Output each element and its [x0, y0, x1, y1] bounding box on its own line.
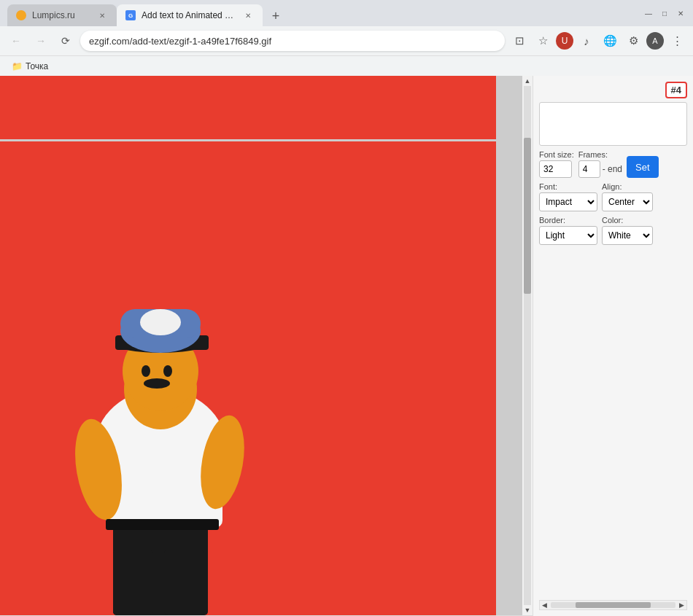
svg-point-11 [144, 378, 170, 389]
svg-rect-16 [164, 550, 204, 615]
scroll-up-arrow[interactable]: ▲ [522, 76, 533, 86]
bookmark-folder-icon: 📁 [12, 61, 23, 71]
text-input[interactable] [539, 102, 687, 146]
ezgif-favicon: G [125, 10, 136, 20]
font-label: Font: [539, 182, 597, 191]
title-bar: Lumpics.ru ✕ G Add text to Animated GIFs… [0, 0, 693, 26]
forward-button[interactable]: → [31, 31, 51, 51]
back-button[interactable]: ← [6, 31, 26, 51]
browser-window: Lumpics.ru ✕ G Add text to Animated GIFs… [0, 0, 693, 616]
scroll-down-arrow[interactable]: ▼ [522, 605, 533, 615]
character-svg [58, 236, 277, 615]
bookmark-tochka-label: Точка [26, 61, 48, 71]
extensions-icon[interactable]: ⚙ [623, 31, 643, 51]
avatar-icon[interactable]: A [646, 32, 664, 50]
minimize-button[interactable]: — [643, 8, 654, 18]
frames-label: Frames: [578, 150, 622, 159]
toolbar-icons: ⊡ ☆ U ♪ 🌐 ⚙ A ⋮ [509, 31, 687, 51]
address-bar: ← → ⟳ ⊡ ☆ U ♪ 🌐 ⚙ A ⋮ [0, 26, 693, 55]
gif-frame-main [0, 141, 496, 615]
close-button[interactable]: ✕ [675, 8, 686, 18]
url-input[interactable] [80, 31, 505, 51]
tab-ezgif[interactable]: G Add text to Animated GIFs - gif-... ✕ [117, 4, 263, 26]
reload-button[interactable]: ⟳ [55, 31, 76, 51]
right-panel: #4 Font size: Frames: - end Set [533, 76, 693, 616]
bookmark-icon[interactable]: ☆ [533, 31, 553, 51]
panel-scrollbar-thumb [576, 602, 651, 608]
svg-rect-17 [106, 519, 219, 530]
page-content: ▲ ▼ ◀ ▶ #4 [0, 76, 693, 616]
border-group: Border: Light None Dark Outline [539, 216, 597, 245]
frame-badge: #4 [665, 82, 687, 98]
border-select[interactable]: Light None Dark Outline [539, 226, 597, 245]
svg-point-9 [142, 365, 150, 377]
gif-frame-top [0, 76, 496, 141]
tab-ezgif-title: Add text to Animated GIFs - gif-... [142, 10, 236, 20]
window-controls: — □ ✕ [643, 8, 686, 18]
frames-from-input[interactable] [578, 160, 600, 178]
translate-icon[interactable]: 🌐 [600, 31, 620, 51]
color-label: Color: [602, 216, 653, 225]
color-group: Color: White Black Red Yellow Blue [602, 216, 653, 245]
tab-ezgif-close[interactable]: ✕ [242, 9, 254, 21]
bookmark-bar: 📁 Точка [0, 55, 693, 76]
border-label: Border: [539, 216, 597, 225]
border-color-row: Border: Light None Dark Outline Color: W… [539, 216, 687, 245]
font-size-label: Font size: [539, 150, 574, 159]
tab-lumpics[interactable]: Lumpics.ru ✕ [7, 4, 117, 26]
profile-icon[interactable]: U [556, 32, 573, 50]
set-button[interactable]: Set [627, 156, 659, 178]
frames-end-text: - end [603, 164, 622, 174]
frames-group: Frames: - end [578, 150, 622, 178]
music-icon[interactable]: ♪ [576, 31, 597, 51]
font-size-group: Font size: [539, 150, 574, 178]
align-label: Align: [602, 182, 653, 191]
align-select[interactable]: Center Left Right [602, 192, 653, 211]
bookmark-tochka[interactable]: 📁 Точка [7, 60, 53, 73]
maximize-button[interactable]: □ [659, 8, 670, 18]
svg-rect-15 [113, 550, 153, 615]
svg-point-8 [140, 309, 181, 335]
menu-icon[interactable]: ⋮ [667, 31, 687, 51]
align-group: Align: Center Left Right [602, 182, 653, 211]
lumpics-favicon [16, 10, 26, 20]
new-tab-button[interactable]: + [266, 6, 286, 26]
panel-scroll-right[interactable]: ▶ [677, 601, 686, 609]
tab-bar: Lumpics.ru ✕ G Add text to Animated GIFs… [7, 0, 636, 26]
font-group: Font: Impact Arial Times New Roman Verda… [539, 182, 597, 211]
svg-point-10 [163, 365, 172, 377]
font-frames-row: Font size: Frames: - end Set [539, 150, 687, 178]
cast-icon[interactable]: ⊡ [509, 31, 530, 51]
vertical-scrollbar[interactable]: ▲ ▼ [522, 76, 533, 615]
tab-lumpics-close[interactable]: ✕ [96, 9, 108, 21]
font-select[interactable]: Impact Arial Times New Roman Verdana [539, 192, 597, 211]
scroll-thumb [524, 138, 531, 294]
panel-scroll-left[interactable]: ◀ [540, 601, 549, 609]
scroll-track[interactable] [524, 86, 531, 605]
gif-area[interactable]: ▲ ▼ ◀ ▶ [0, 76, 533, 616]
color-select[interactable]: White Black Red Yellow Blue [602, 226, 653, 245]
font-align-row: Font: Impact Arial Times New Roman Verda… [539, 182, 687, 211]
font-size-input[interactable] [539, 160, 572, 178]
panel-scroll-area: ◀ ▶ [539, 594, 687, 610]
tab-lumpics-title: Lumpics.ru [32, 10, 90, 20]
